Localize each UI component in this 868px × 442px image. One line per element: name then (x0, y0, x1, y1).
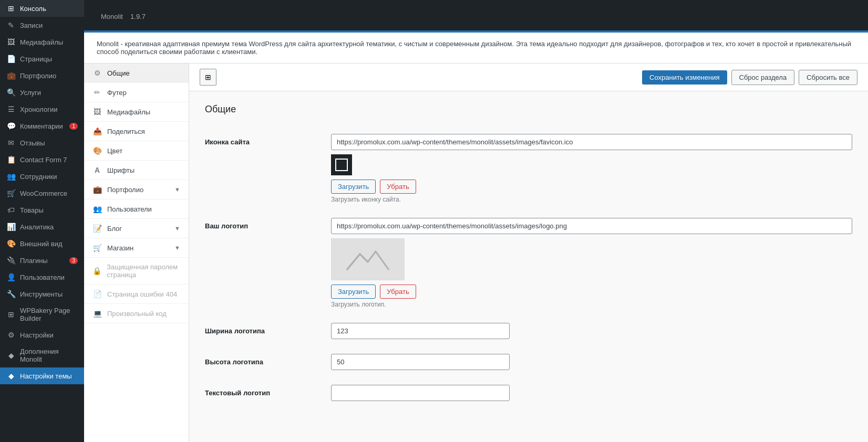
sidebar-item-pages[interactable]: 📄 Страницы (0, 50, 84, 67)
sidebar-item-wpbakery[interactable]: ⊞ WPBakery Page Builder (0, 302, 84, 327)
settings-nav-custom-code[interactable]: 💻 Произвольный код (84, 304, 189, 323)
favicon-input[interactable] (331, 134, 852, 150)
theme-title: Monolit 1.9.7 (97, 8, 855, 22)
settings-nav-color[interactable]: 🎨 Цвет (84, 141, 189, 161)
share-nav-icon: 📤 (92, 127, 102, 135)
sidebar-item-plugins[interactable]: 🔌 Плагины 3 (0, 252, 84, 269)
sidebar-item-posts[interactable]: ✎ Записи (0, 17, 84, 34)
pages-icon: 📄 (6, 55, 16, 63)
settings-nav-media[interactable]: 🖼 Медиафайлы (84, 102, 189, 122)
logo-input[interactable] (331, 218, 852, 234)
logo-preview-svg (342, 244, 394, 275)
favicon-row: Иконка сайта Загрузить Убрать Загрузить … (205, 134, 852, 203)
panel-toolbar: ⊞ Сохранить изменения Сброс раздела Сбро… (189, 64, 868, 91)
chrono-icon: ☰ (6, 105, 16, 113)
settings-nav-users[interactable]: 👥 Пользователи (84, 199, 189, 219)
import-button[interactable]: ⊞ (200, 69, 216, 86)
employees-icon: 👥 (6, 172, 16, 181)
settings-nav-404[interactable]: 📄 Страница ошибки 404 (84, 285, 189, 304)
blog-nav-arrow: ▼ (174, 225, 180, 231)
text-logo-field (331, 385, 852, 401)
sidebar-item-appearance[interactable]: 🎨 Внешний вид (0, 235, 84, 252)
logo-width-row: Ширина логотипа (205, 323, 852, 339)
sidebar-item-console[interactable]: ⊞ Консоль (0, 0, 84, 17)
sidebar-item-portfolio[interactable]: 💼 Портфолио (0, 67, 84, 84)
services-icon: 🔍 (6, 88, 16, 97)
appearance-icon: 🎨 (6, 239, 16, 248)
settings-nav-blog[interactable]: 📝 Блог ▼ (84, 219, 189, 238)
logo-remove-button[interactable]: Убрать (380, 285, 416, 299)
sidebar-item-employees[interactable]: 👥 Сотрудники (0, 168, 84, 185)
import-icon: ⊞ (205, 73, 211, 81)
text-logo-label: Текстовый логотип (205, 385, 321, 397)
favicon-hint: Загрузить иконку сайта. (331, 196, 852, 203)
sidebar-item-woocommerce[interactable]: 🛒 WooCommerce (0, 185, 84, 202)
fonts-nav-icon: A (92, 166, 102, 174)
sidebar-item-analytics[interactable]: 📊 Аналитика (0, 218, 84, 235)
logo-height-field (331, 354, 852, 370)
portfolio-icon: 💼 (6, 71, 16, 80)
portfolio-nav-icon: 💼 (92, 185, 102, 194)
sidebar-item-users[interactable]: 👤 Пользователи (0, 269, 84, 286)
logo-preview (331, 238, 405, 280)
settings-nav-portfolio[interactable]: 💼 Портфолио ▼ (84, 180, 189, 199)
woo-icon: 🛒 (6, 189, 16, 197)
console-icon: ⊞ (6, 4, 16, 13)
favicon-upload-button[interactable]: Загрузить (331, 180, 376, 194)
sidebar-item-tools[interactable]: 🔧 Инструменты (0, 286, 84, 302)
settings-nav-fonts[interactable]: A Шрифты (84, 161, 189, 180)
sidebar-item-theme-settings[interactable]: ◆ Настройки темы (0, 367, 84, 384)
settings-nav-general[interactable]: ⚙ Общие (84, 64, 189, 83)
sidebar-item-comments[interactable]: 💬 Комментарии 1 (0, 118, 84, 134)
sidebar-item-goods[interactable]: 🏷 Товары (0, 202, 84, 218)
users-nav-icon: 👥 (92, 205, 102, 213)
theme-header: Monolit 1.9.7 (84, 0, 868, 33)
settings-nav-protected[interactable]: 🔒 Защищенная паролем страница (84, 258, 189, 285)
settings-nav-share[interactable]: 📤 Поделиться (84, 122, 189, 141)
logo-height-input[interactable] (331, 354, 510, 370)
text-logo-row: Текстовый логотип (205, 385, 852, 401)
logo-label: Ваш логотип (205, 218, 321, 230)
settings-icon: ⚙ (6, 331, 16, 339)
favicon-inner (335, 159, 348, 171)
logo-field: Загрузить Убрать Загрузить логотип. (331, 218, 852, 308)
content-area: ⚙ Общие ✏ Футер 🖼 Медиафайлы 📤 Поделитьс… (84, 64, 868, 442)
sidebar-item-settings[interactable]: ⚙ Настройки (0, 327, 84, 343)
posts-icon: ✎ (6, 21, 16, 29)
logo-upload-button[interactable]: Загрузить (331, 285, 376, 299)
settings-panel: ⊞ Сохранить изменения Сброс раздела Сбро… (189, 64, 868, 442)
reset-all-button[interactable]: Сбросить все (799, 70, 857, 85)
favicon-remove-button[interactable]: Убрать (380, 180, 416, 194)
logo-height-row: Высота логотипа (205, 354, 852, 370)
analytics-icon: 📊 (6, 223, 16, 231)
sidebar-item-services[interactable]: 🔍 Услуги (0, 84, 84, 101)
logo-height-label: Высота логотипа (205, 354, 321, 366)
favicon-preview (331, 154, 352, 175)
media-nav-icon: 🖼 (92, 108, 102, 116)
sidebar: ⊞ Консоль ✎ Записи 🖼 Медиафайлы 📄 Страни… (0, 0, 84, 442)
reset-section-button[interactable]: Сброс раздела (731, 70, 795, 85)
footer-nav-icon: ✏ (92, 88, 102, 97)
sidebar-item-chronologies[interactable]: ☰ Хронологии (0, 101, 84, 118)
text-logo-input[interactable] (331, 385, 510, 401)
sidebar-item-cf7[interactable]: 📋 Contact Form 7 (0, 151, 84, 168)
main-area: Monolit 1.9.7 Monolit - креативная адапт… (84, 0, 868, 442)
settings-nav-footer[interactable]: ✏ Футер (84, 83, 189, 102)
protected-nav-icon: 🔒 (92, 267, 101, 275)
favicon-btn-group: Загрузить Убрать (331, 180, 852, 194)
portfolio-nav-arrow: ▼ (174, 186, 180, 193)
wpbakery-icon: ⊞ (6, 310, 16, 319)
logo-hint: Загрузить логотип. (331, 301, 852, 308)
settings-nav-shop[interactable]: 🛒 Магазин ▼ (84, 238, 189, 258)
monolit-extra-icon: ◆ (6, 351, 16, 360)
sidebar-item-monolit-extra[interactable]: ◆ Дополнения Monolit (0, 343, 84, 367)
sidebar-item-media[interactable]: 🖼 Медиафайлы (0, 34, 84, 50)
save-button[interactable]: Сохранить изменения (642, 70, 727, 85)
logo-width-input[interactable] (331, 323, 510, 339)
logo-btn-group: Загрузить Убрать (331, 285, 852, 299)
sidebar-item-reviews[interactable]: ✉ Отзывы (0, 134, 84, 151)
section-title: Общие (205, 104, 852, 121)
custom-code-nav-icon: 💻 (92, 309, 102, 318)
cf7-icon: 📋 (6, 155, 16, 164)
theme-description: Monolit - креативная адаптивная премиум … (84, 33, 868, 64)
